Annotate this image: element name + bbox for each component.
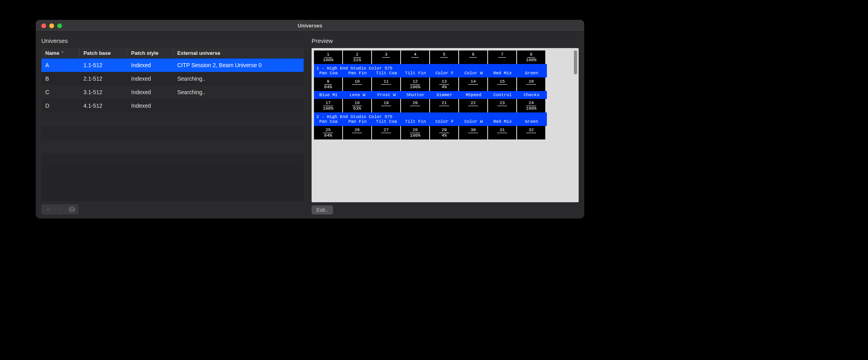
remove-button[interactable]: －: [54, 205, 66, 214]
dmx-channel[interactable]: 21: [430, 99, 458, 112]
dmx-channel[interactable]: 22: [459, 99, 487, 112]
dmx-channel[interactable]: 32: [517, 126, 545, 139]
dmx-channel-number: 28: [410, 128, 420, 133]
dmx-channel[interactable]: 19: [372, 99, 400, 112]
traffic-lights: [36, 23, 62, 28]
fixture-channel-label: Color F: [430, 119, 459, 124]
dmx-channel[interactable]: 134%: [430, 77, 458, 91]
dmx-channel[interactable]: 30: [459, 126, 487, 139]
dmx-channel-number: 11: [381, 79, 391, 84]
dmx-channel-number: 12: [410, 79, 420, 84]
dmx-channel[interactable]: 12100%: [401, 77, 429, 91]
column-name[interactable]: Name ˄: [41, 48, 79, 58]
cell-patch_base: 1.1-512: [79, 58, 127, 72]
fixture-channel-label: Checks: [517, 93, 546, 97]
fixture-channel-label: Frost W: [372, 93, 401, 97]
dmx-channel-number: 24: [526, 101, 536, 106]
fixture-channel-label: Green: [517, 71, 546, 75]
cell-external: CITP Session 2, Beam Universe 0: [173, 58, 304, 72]
dmx-channel[interactable]: 17100%: [314, 99, 342, 112]
dmx-channel-number: 27: [381, 128, 391, 133]
dmx-row: 17100%1863%192021222324100%: [314, 99, 576, 112]
edit-button[interactable]: Edit..: [312, 205, 333, 215]
dmx-channel[interactable]: 3: [372, 50, 400, 64]
maximize-window-button[interactable]: [57, 23, 62, 28]
dmx-channel[interactable]: 10: [343, 77, 371, 91]
dmx-channel-number: 30: [468, 128, 478, 133]
dmx-channel-value: 4%: [442, 133, 447, 138]
dmx-channel[interactable]: 23: [488, 99, 516, 112]
dmx-channel[interactable]: 2584%: [314, 126, 342, 139]
dmx-channel[interactable]: 31: [488, 126, 516, 139]
column-external-universe[interactable]: External universe: [173, 48, 304, 58]
dmx-channel-value: 100%: [410, 133, 420, 138]
titlebar: Universes: [36, 20, 584, 32]
dmx-channel-number: 14: [468, 79, 478, 84]
dmx-channel[interactable]: 26: [343, 126, 371, 139]
fixture-channel-label: Red Mix: [488, 71, 517, 75]
table-toolbar: ＋ －: [41, 204, 79, 215]
table-row[interactable]: A1.1-512IndexedCITP Session 2, Beam Univ…: [41, 58, 304, 72]
cell-patch_style: Indexed: [127, 72, 173, 85]
fixture-channel-label: Shutter: [401, 93, 430, 97]
minus-icon: －: [57, 205, 63, 214]
fixture-channel-label: Tilt Coa: [372, 71, 401, 75]
dmx-channel[interactable]: 27: [372, 126, 400, 139]
preview-viewport: 1100%231%345678100%1 - High End Studio C…: [312, 48, 579, 202]
dmx-channel[interactable]: 4: [401, 50, 429, 64]
dmx-channel[interactable]: 6: [459, 50, 487, 64]
dmx-channel[interactable]: 294%: [430, 126, 458, 139]
dmx-channel-number: 13: [439, 79, 449, 84]
fixture-channel-label: Pan Coa: [314, 119, 343, 124]
column-patch-base[interactable]: Patch base: [79, 48, 127, 58]
add-button[interactable]: ＋: [42, 205, 54, 214]
svg-point-1: [70, 209, 71, 210]
dmx-channel[interactable]: 15: [488, 77, 516, 91]
dmx-channel[interactable]: 5: [430, 50, 458, 64]
actions-button[interactable]: [66, 205, 78, 214]
cell-patch_base: 3.1-512: [79, 85, 127, 99]
dmx-channel[interactable]: 984%: [314, 77, 342, 91]
dmx-channel-number: 2: [353, 52, 361, 57]
fixture-channel-label: Tilt Fin: [401, 71, 430, 75]
preview-scrollbar[interactable]: [574, 50, 577, 74]
fixture-channel-label: Red Mix: [488, 119, 517, 124]
dmx-channel[interactable]: 20: [401, 99, 429, 112]
universes-panel: Universes Name ˄ Patch base Patch style …: [41, 37, 304, 215]
cell-patch_base: 2.1-512: [79, 72, 127, 85]
column-external-universe-label: External universe: [177, 50, 220, 56]
empty-row: [41, 153, 304, 166]
fixture-channel-label: Blue Mi: [314, 93, 343, 97]
dmx-channel-grid: 1100%231%345678100%1 - High End Studio C…: [312, 48, 579, 142]
dmx-channel[interactable]: 14: [459, 77, 487, 91]
dmx-channel[interactable]: 24100%: [517, 99, 545, 112]
table-row[interactable]: B2.1-512IndexedSearching..: [41, 72, 304, 85]
plus-icon: ＋: [45, 205, 51, 214]
dmx-channel[interactable]: 1100%: [314, 50, 342, 64]
cell-patch_style: Indexed: [127, 85, 173, 99]
dmx-channel[interactable]: 7: [488, 50, 516, 64]
close-window-button[interactable]: [41, 23, 46, 28]
universes-window: Universes Universes Name ˄ Patch base Pa…: [36, 20, 584, 219]
fixture-title: 1 - High End Studio Color 575: [314, 66, 547, 71]
content-area: Universes Name ˄ Patch base Patch style …: [36, 32, 584, 219]
minimize-window-button[interactable]: [49, 23, 54, 28]
cell-name: A: [41, 58, 79, 72]
dmx-channel-number: 21: [439, 101, 449, 106]
dmx-channel[interactable]: 1863%: [343, 99, 371, 112]
preview-panel-title: Preview: [312, 37, 579, 44]
dmx-channel-value: 84%: [324, 85, 332, 89]
dmx-channel-value: 100%: [410, 85, 420, 89]
dmx-channel[interactable]: 11: [372, 77, 400, 91]
dmx-channel-number: 31: [497, 128, 507, 133]
table-row[interactable]: C3.1-512IndexedSearching..: [41, 85, 304, 99]
fixture-channel-label: Dimmer: [430, 93, 459, 97]
dmx-channel[interactable]: 16: [517, 77, 545, 91]
dmx-channel[interactable]: 28100%: [401, 126, 429, 139]
fixture-channel-label: Control: [488, 93, 517, 97]
column-patch-style[interactable]: Patch style: [127, 48, 173, 58]
cell-name: C: [41, 85, 79, 99]
table-row[interactable]: D4.1-512Indexed: [41, 99, 304, 112]
dmx-channel[interactable]: 231%: [343, 50, 371, 64]
dmx-channel[interactable]: 8100%: [517, 50, 545, 64]
